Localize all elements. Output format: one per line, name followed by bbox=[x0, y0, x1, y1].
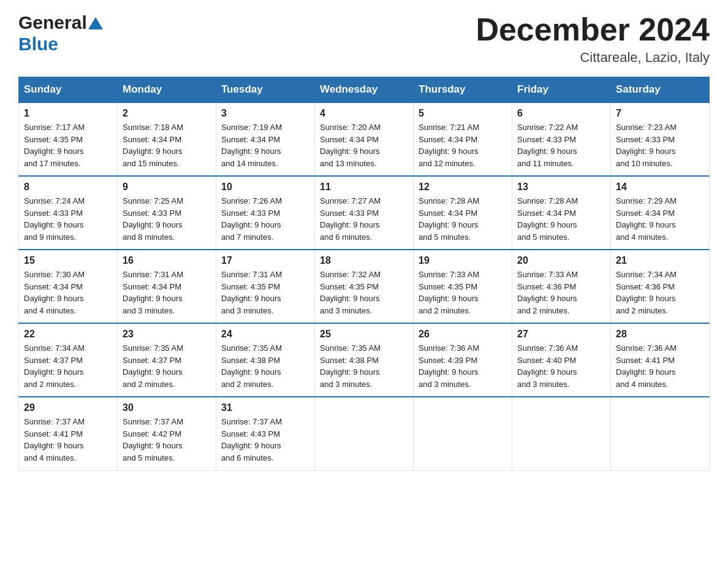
day-info: Sunrise: 7:20 AM Sunset: 4:34 PM Dayligh… bbox=[320, 121, 408, 169]
day-number: 9 bbox=[123, 182, 211, 193]
logo-triangle-icon bbox=[88, 17, 103, 29]
day-info: Sunrise: 7:33 AM Sunset: 4:35 PM Dayligh… bbox=[419, 269, 507, 316]
calendar-week-3: 15 Sunrise: 7:30 AM Sunset: 4:34 PM Dayl… bbox=[19, 250, 710, 323]
calendar-cell: 26 Sunrise: 7:36 AM Sunset: 4:39 PM Dayl… bbox=[414, 323, 512, 397]
calendar-cell: 29 Sunrise: 7:37 AM Sunset: 4:41 PM Dayl… bbox=[19, 397, 118, 470]
day-number: 11 bbox=[320, 182, 408, 193]
col-thursday: Thursday bbox=[414, 77, 512, 103]
day-info: Sunrise: 7:31 AM Sunset: 4:35 PM Dayligh… bbox=[221, 269, 309, 316]
day-info: Sunrise: 7:37 AM Sunset: 4:41 PM Dayligh… bbox=[24, 416, 112, 464]
day-number: 10 bbox=[221, 182, 309, 193]
calendar-cell: 11 Sunrise: 7:27 AM Sunset: 4:33 PM Dayl… bbox=[315, 176, 414, 250]
calendar-cell: 12 Sunrise: 7:28 AM Sunset: 4:34 PM Dayl… bbox=[414, 176, 512, 250]
day-number: 15 bbox=[24, 255, 112, 266]
day-number: 6 bbox=[517, 108, 605, 119]
calendar-title: December 2024 bbox=[476, 12, 710, 47]
day-info: Sunrise: 7:36 AM Sunset: 4:41 PM Dayligh… bbox=[616, 342, 704, 390]
day-info: Sunrise: 7:37 AM Sunset: 4:42 PM Dayligh… bbox=[123, 416, 211, 464]
calendar-cell: 31 Sunrise: 7:37 AM Sunset: 4:43 PM Dayl… bbox=[216, 397, 315, 470]
calendar-cell: 4 Sunrise: 7:20 AM Sunset: 4:34 PM Dayli… bbox=[315, 102, 414, 176]
day-number: 1 bbox=[24, 108, 112, 119]
day-info: Sunrise: 7:29 AM Sunset: 4:34 PM Dayligh… bbox=[616, 195, 704, 243]
col-monday: Monday bbox=[118, 77, 216, 103]
day-info: Sunrise: 7:27 AM Sunset: 4:33 PM Dayligh… bbox=[320, 195, 408, 243]
calendar-subtitle: Cittareale, Lazio, Italy bbox=[476, 50, 710, 66]
calendar-cell: 16 Sunrise: 7:31 AM Sunset: 4:34 PM Dayl… bbox=[118, 250, 216, 323]
day-number: 21 bbox=[616, 255, 704, 266]
day-number: 29 bbox=[24, 402, 112, 413]
calendar-week-5: 29 Sunrise: 7:37 AM Sunset: 4:41 PM Dayl… bbox=[19, 397, 710, 470]
calendar-cell: 3 Sunrise: 7:19 AM Sunset: 4:34 PM Dayli… bbox=[216, 102, 315, 176]
calendar-cell: 21 Sunrise: 7:34 AM Sunset: 4:36 PM Dayl… bbox=[611, 250, 710, 323]
calendar-cell bbox=[611, 397, 710, 470]
day-number: 26 bbox=[419, 329, 507, 340]
day-number: 19 bbox=[419, 255, 507, 266]
calendar-cell: 5 Sunrise: 7:21 AM Sunset: 4:34 PM Dayli… bbox=[414, 102, 512, 176]
day-info: Sunrise: 7:19 AM Sunset: 4:34 PM Dayligh… bbox=[221, 121, 309, 169]
day-number: 30 bbox=[123, 402, 211, 413]
day-info: Sunrise: 7:37 AM Sunset: 4:43 PM Dayligh… bbox=[221, 416, 309, 464]
calendar-cell: 30 Sunrise: 7:37 AM Sunset: 4:42 PM Dayl… bbox=[118, 397, 216, 470]
day-info: Sunrise: 7:36 AM Sunset: 4:40 PM Dayligh… bbox=[517, 342, 605, 390]
header-row: Sunday Monday Tuesday Wednesday Thursday… bbox=[19, 77, 710, 103]
day-info: Sunrise: 7:28 AM Sunset: 4:34 PM Dayligh… bbox=[419, 195, 507, 243]
calendar-cell: 19 Sunrise: 7:33 AM Sunset: 4:35 PM Dayl… bbox=[414, 250, 512, 323]
day-info: Sunrise: 7:25 AM Sunset: 4:33 PM Dayligh… bbox=[123, 195, 211, 243]
day-number: 31 bbox=[221, 402, 309, 413]
day-number: 22 bbox=[24, 329, 112, 340]
day-info: Sunrise: 7:32 AM Sunset: 4:35 PM Dayligh… bbox=[320, 269, 408, 316]
day-info: Sunrise: 7:18 AM Sunset: 4:34 PM Dayligh… bbox=[123, 121, 211, 169]
day-number: 3 bbox=[221, 108, 309, 119]
calendar-cell: 27 Sunrise: 7:36 AM Sunset: 4:40 PM Dayl… bbox=[512, 323, 611, 397]
calendar-cell: 23 Sunrise: 7:35 AM Sunset: 4:37 PM Dayl… bbox=[118, 323, 216, 397]
day-number: 18 bbox=[320, 255, 408, 266]
day-info: Sunrise: 7:33 AM Sunset: 4:36 PM Dayligh… bbox=[517, 269, 605, 316]
day-info: Sunrise: 7:24 AM Sunset: 4:33 PM Dayligh… bbox=[24, 195, 112, 243]
day-number: 16 bbox=[123, 255, 211, 266]
col-wednesday: Wednesday bbox=[315, 77, 414, 103]
logo-general-text: General bbox=[18, 12, 87, 34]
day-info: Sunrise: 7:31 AM Sunset: 4:34 PM Dayligh… bbox=[123, 269, 211, 316]
day-number: 24 bbox=[221, 329, 309, 340]
calendar-title-area: December 2024 Cittareale, Lazio, Italy bbox=[476, 12, 710, 66]
col-sunday: Sunday bbox=[19, 77, 118, 103]
calendar-cell: 14 Sunrise: 7:29 AM Sunset: 4:34 PM Dayl… bbox=[611, 176, 710, 250]
col-saturday: Saturday bbox=[611, 77, 710, 103]
calendar-cell bbox=[414, 397, 512, 470]
calendar-cell: 1 Sunrise: 7:17 AM Sunset: 4:35 PM Dayli… bbox=[19, 102, 118, 176]
day-number: 17 bbox=[221, 255, 309, 266]
day-info: Sunrise: 7:17 AM Sunset: 4:35 PM Dayligh… bbox=[24, 121, 112, 169]
day-number: 8 bbox=[24, 182, 112, 193]
calendar-cell bbox=[315, 397, 414, 470]
day-number: 12 bbox=[419, 182, 507, 193]
calendar-week-2: 8 Sunrise: 7:24 AM Sunset: 4:33 PM Dayli… bbox=[19, 176, 710, 250]
logo: General Blue bbox=[18, 12, 103, 55]
calendar-week-1: 1 Sunrise: 7:17 AM Sunset: 4:35 PM Dayli… bbox=[19, 102, 710, 176]
calendar-cell: 18 Sunrise: 7:32 AM Sunset: 4:35 PM Dayl… bbox=[315, 250, 414, 323]
day-info: Sunrise: 7:34 AM Sunset: 4:36 PM Dayligh… bbox=[616, 269, 704, 316]
day-info: Sunrise: 7:35 AM Sunset: 4:38 PM Dayligh… bbox=[221, 342, 309, 390]
calendar-cell: 9 Sunrise: 7:25 AM Sunset: 4:33 PM Dayli… bbox=[118, 176, 216, 250]
day-info: Sunrise: 7:35 AM Sunset: 4:37 PM Dayligh… bbox=[123, 342, 211, 390]
day-info: Sunrise: 7:22 AM Sunset: 4:33 PM Dayligh… bbox=[517, 121, 605, 169]
day-number: 13 bbox=[517, 182, 605, 193]
day-number: 28 bbox=[616, 329, 704, 340]
day-info: Sunrise: 7:34 AM Sunset: 4:37 PM Dayligh… bbox=[24, 342, 112, 390]
logo-blue-text: Blue bbox=[18, 34, 58, 54]
day-number: 23 bbox=[123, 329, 211, 340]
calendar-cell: 17 Sunrise: 7:31 AM Sunset: 4:35 PM Dayl… bbox=[216, 250, 315, 323]
col-friday: Friday bbox=[512, 77, 611, 103]
day-info: Sunrise: 7:26 AM Sunset: 4:33 PM Dayligh… bbox=[221, 195, 309, 243]
calendar-cell: 24 Sunrise: 7:35 AM Sunset: 4:38 PM Dayl… bbox=[216, 323, 315, 397]
day-info: Sunrise: 7:23 AM Sunset: 4:33 PM Dayligh… bbox=[616, 121, 704, 169]
day-info: Sunrise: 7:35 AM Sunset: 4:38 PM Dayligh… bbox=[320, 342, 408, 390]
calendar-cell: 6 Sunrise: 7:22 AM Sunset: 4:33 PM Dayli… bbox=[512, 102, 611, 176]
day-info: Sunrise: 7:30 AM Sunset: 4:34 PM Dayligh… bbox=[24, 269, 112, 316]
day-number: 2 bbox=[123, 108, 211, 119]
calendar-cell: 8 Sunrise: 7:24 AM Sunset: 4:33 PM Dayli… bbox=[19, 176, 118, 250]
calendar-week-4: 22 Sunrise: 7:34 AM Sunset: 4:37 PM Dayl… bbox=[19, 323, 710, 397]
day-number: 25 bbox=[320, 329, 408, 340]
calendar-cell: 15 Sunrise: 7:30 AM Sunset: 4:34 PM Dayl… bbox=[19, 250, 118, 323]
day-number: 27 bbox=[517, 329, 605, 340]
day-number: 7 bbox=[616, 108, 704, 119]
